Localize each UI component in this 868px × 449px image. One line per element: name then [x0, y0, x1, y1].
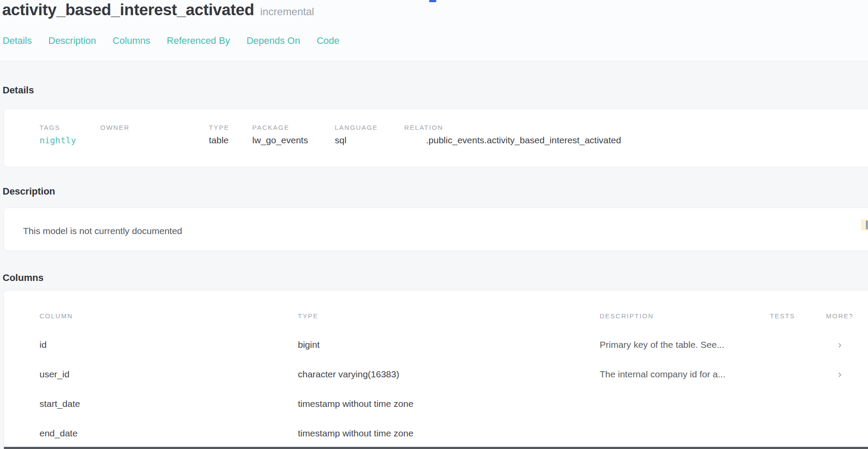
clipped-blue-indicator: [429, 0, 436, 2]
detail-field-language: LANGUAGE sql: [335, 124, 404, 146]
cell-column-name: start_date: [40, 389, 80, 419]
column-header-column: COLUMN: [40, 312, 73, 320]
page-header: activity_based_interest_activated increm…: [0, 0, 868, 62]
table-row-end-date: end_date timestamp without time zone: [4, 419, 868, 448]
cell-column-description: Primary key of the table. See...: [600, 330, 724, 360]
columns-card: COLUMN TYPE DESCRIPTION TESTS MORE? id b…: [3, 290, 868, 449]
owner-value: [100, 135, 209, 146]
column-header-tests: TESTS: [770, 312, 795, 320]
language-value: sql: [335, 135, 404, 146]
nav-link-code[interactable]: Code: [317, 35, 340, 46]
nav-link-description[interactable]: Description: [48, 35, 96, 46]
page-title: activity_based_interest_activated: [2, 1, 254, 19]
detail-field-type: TYPE table: [209, 124, 252, 146]
clipped-row-divider: [4, 447, 868, 449]
column-header-type: TYPE: [298, 312, 318, 320]
columns-table: COLUMN TYPE DESCRIPTION TESTS MORE? id b…: [4, 291, 868, 449]
package-label: PACKAGE: [252, 124, 335, 131]
details-grid: TAGS nightly OWNER TYPE table PACKAGE lw…: [4, 109, 868, 146]
table-row-start-date: start_date timestamp without time zone: [4, 389, 868, 419]
section-nav: Details Description Columns Referenced B…: [3, 35, 340, 46]
cell-column-type: timestamp without time zone: [298, 389, 413, 419]
chevron-right-icon[interactable]: ›: [820, 330, 860, 360]
cell-column-type: character varying(16383): [298, 360, 399, 389]
cell-column-type: bigint: [298, 330, 320, 360]
table-row-user-id[interactable]: user_id character varying(16383) The int…: [4, 360, 868, 389]
owner-label: OWNER: [100, 124, 209, 131]
nav-link-referenced-by[interactable]: Referenced By: [167, 35, 230, 46]
clipped-edge-bar: [866, 221, 868, 229]
chevron-right-icon[interactable]: ›: [820, 360, 860, 389]
columns-section-heading: Columns: [3, 272, 43, 284]
tags-label: TAGS: [40, 124, 100, 131]
nav-link-details[interactable]: Details: [3, 35, 32, 46]
cell-column-name: id: [40, 330, 46, 360]
details-section-heading: Details: [3, 85, 34, 96]
detail-field-relation: RELATION .public_events.activity_based_i…: [404, 124, 868, 146]
relation-value: .public_events.activity_based_interest_a…: [404, 135, 868, 146]
description-section-heading: Description: [3, 186, 55, 197]
tag-link-nightly[interactable]: nightly: [40, 135, 100, 146]
package-value: lw_go_events: [252, 135, 335, 146]
detail-field-owner: OWNER: [100, 124, 209, 146]
description-card: This model is not currently documented: [3, 208, 868, 251]
cell-column-name: end_date: [40, 419, 78, 448]
cell-column-type: timestamp without time zone: [298, 419, 413, 448]
nav-link-depends-on[interactable]: Depends On: [247, 35, 300, 46]
language-label: LANGUAGE: [335, 124, 404, 131]
relation-label: RELATION: [404, 124, 868, 131]
column-header-description: DESCRIPTION: [600, 312, 654, 320]
detail-field-tags: TAGS nightly: [40, 124, 100, 146]
table-row-id[interactable]: id bigint Primary key of the table. See.…: [4, 330, 868, 360]
materialization-badge: incremental: [260, 6, 314, 18]
type-value: table: [209, 135, 252, 146]
detail-field-package: PACKAGE lw_go_events: [252, 124, 335, 146]
description-body: This model is not currently documented: [4, 208, 868, 236]
nav-link-columns[interactable]: Columns: [112, 35, 150, 46]
title-row: activity_based_interest_activated increm…: [2, 1, 314, 19]
details-card: TAGS nightly OWNER TYPE table PACKAGE lw…: [3, 109, 868, 167]
column-header-more: MORE?: [820, 312, 860, 320]
clipped-edge-widget: [861, 219, 868, 231]
cell-column-description: The internal company id for a...: [600, 360, 725, 389]
cell-column-name: user_id: [40, 360, 69, 389]
type-label: TYPE: [209, 124, 252, 131]
